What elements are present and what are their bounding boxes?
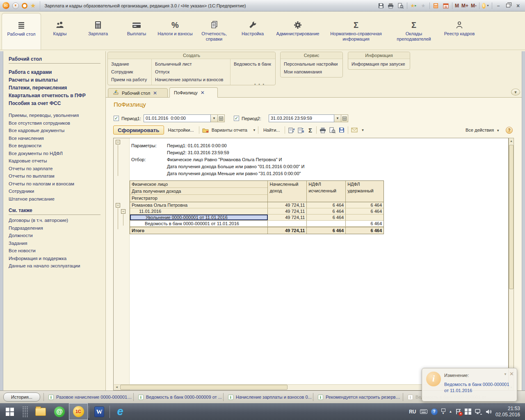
cell-person[interactable]: Романова Ольга Петровна bbox=[130, 202, 268, 208]
taskbar-explorer-button[interactable] bbox=[31, 403, 50, 420]
sidebar-item-kvartalnaya[interactable]: Квартальная отчетность в ПФР bbox=[9, 92, 105, 100]
window-item[interactable]: i Рекомендуется настроить резервн... bbox=[315, 395, 402, 400]
scroll-up-icon[interactable]: ▲ bbox=[509, 138, 514, 144]
table-row-selected[interactable]: Увольнение 0000-000001 от 11.01.2016 49 … bbox=[130, 215, 383, 221]
settings-button[interactable]: Настройки... bbox=[165, 126, 197, 135]
period2-calendar-icon[interactable] bbox=[341, 114, 348, 122]
history-button[interactable]: История... bbox=[3, 393, 40, 402]
collapse-panel-icon[interactable]: ▼ bbox=[511, 89, 520, 96]
period2-checkbox[interactable]: ✓ bbox=[234, 116, 239, 121]
close-button[interactable]: × bbox=[514, 2, 522, 9]
taskbar-ie-button[interactable]: e bbox=[111, 403, 130, 420]
cell-registrator[interactable]: Ведомость в банк 0000-000001 от 11.01.20… bbox=[130, 221, 268, 226]
period2-field[interactable]: 31.03.2016 23:59:59 ▼ bbox=[269, 114, 348, 122]
show-hidden-icons[interactable]: ▲ bbox=[449, 410, 452, 413]
create-hiring-link[interactable]: Прием на работу bbox=[111, 76, 148, 84]
minimize-button[interactable]: – bbox=[495, 2, 502, 9]
ribbon-tab-oklady[interactable]: Σ Оклады преподавателей bbox=[388, 13, 440, 50]
language-indicator[interactable]: RU bbox=[409, 409, 416, 415]
notification-close-icon[interactable]: ✕ bbox=[509, 371, 514, 377]
send-email-icon[interactable] bbox=[350, 126, 358, 134]
sidebar-link[interactable]: Все ведомости bbox=[9, 142, 105, 150]
cell-ndfl-withheld[interactable] bbox=[346, 215, 383, 220]
create-employee-link[interactable]: Сотрудник bbox=[111, 68, 148, 76]
tab-close-icon[interactable]: ✕ bbox=[153, 90, 157, 96]
restore-button[interactable] bbox=[504, 2, 512, 9]
collapse-group-icon[interactable]: − bbox=[116, 140, 120, 144]
help-icon[interactable]: ? bbox=[431, 409, 438, 415]
sidebar-item-platezhi[interactable]: Платежи, перечисления bbox=[9, 84, 105, 92]
report-variants-button[interactable]: Варианты отчета bbox=[211, 126, 250, 135]
sidebar-link[interactable]: Кадровые отчеты bbox=[9, 157, 105, 165]
sidebar-link[interactable]: Подразделения bbox=[9, 224, 105, 232]
cell-ndfl-withheld[interactable]: 6 464 bbox=[346, 221, 383, 226]
create-bank-sheet-link[interactable]: Ведомость в банк bbox=[234, 60, 272, 68]
report-variants-folder-icon[interactable] bbox=[201, 126, 210, 134]
ribbon-tab-otchetnost[interactable]: Отчетность, справки bbox=[194, 13, 234, 50]
preview-icon[interactable] bbox=[328, 126, 336, 134]
info-icon[interactable]: i▼ bbox=[482, 2, 489, 9]
cell-income[interactable]: 49 724,11 bbox=[268, 202, 307, 208]
period1-field[interactable]: 01.01.2016 0:00:00 ▼ bbox=[144, 114, 225, 122]
window-item[interactable]: i Начисление зарплаты и взносов 0... bbox=[225, 395, 312, 400]
sidebar-item-rabota-s-kadrami[interactable]: Работа с кадрами bbox=[9, 68, 105, 76]
period2-dropdown-icon[interactable]: ▼ bbox=[334, 114, 341, 122]
table-row[interactable]: Романова Ольга Петровна 49 724,11 6 464 … bbox=[130, 202, 383, 208]
cell-income[interactable]: 49 724,11 bbox=[268, 208, 307, 214]
tab-close-icon[interactable]: ✕ bbox=[201, 90, 205, 96]
quick-menu-dropdown-icon[interactable]: ▼ bbox=[12, 2, 19, 9]
favorite-add-icon[interactable]: ★▸ bbox=[410, 2, 417, 9]
find-button[interactable]: Найти... bbox=[260, 126, 283, 135]
notification-link[interactable]: Ведомость в банк 0000-000001 от 11.01.20… bbox=[444, 381, 515, 394]
all-actions-button[interactable]: Все действия ▼ bbox=[463, 126, 502, 135]
scrollbar-thumb[interactable] bbox=[120, 385, 288, 390]
notification-popup[interactable]: i Изменение: ▼ ✕ Ведомость в банк 0000-0… bbox=[422, 368, 517, 402]
tab-pofizlicu[interactable]: ПоФизлицу ✕ bbox=[169, 87, 218, 98]
memory-m-plus-button[interactable]: M+ bbox=[461, 3, 468, 9]
action-center-flag-icon[interactable]: ✕ bbox=[456, 409, 461, 415]
network-icon[interactable] bbox=[475, 409, 482, 415]
create-task-link[interactable]: Задание bbox=[111, 60, 148, 68]
sidebar-link[interactable]: Задания bbox=[9, 240, 105, 247]
generate-button[interactable]: Сформировать bbox=[113, 126, 164, 135]
cell-income[interactable]: 49 724,11 bbox=[268, 215, 307, 220]
sidebar-link[interactable]: Приемы, переводы, увольнения bbox=[9, 112, 105, 119]
table-row[interactable]: Ведомость в банк 0000-000001 от 11.01.20… bbox=[130, 221, 383, 227]
cell-ndfl-calc[interactable]: 6 464 bbox=[307, 208, 346, 214]
sidebar-item-posobiya[interactable]: Пособия за счет ФСС bbox=[9, 100, 105, 107]
create-vacation-link[interactable]: Отпуск bbox=[155, 68, 227, 76]
windows-defender-icon[interactable] bbox=[465, 409, 471, 415]
cell-ndfl-calc[interactable]: 6 464 bbox=[307, 215, 346, 220]
sidebar-link[interactable]: Отчеты по выплатам bbox=[9, 172, 105, 180]
start-button[interactable] bbox=[0, 403, 20, 420]
save-icon[interactable] bbox=[377, 2, 385, 9]
table-row[interactable]: 11.01.2016 49 724,11 6 464 6 464 bbox=[130, 208, 383, 215]
print-preview-icon[interactable] bbox=[397, 2, 404, 9]
sidebar-link[interactable]: Отчеты по налогам и взносам bbox=[9, 180, 105, 188]
1c-app-icon[interactable]: 1С bbox=[2, 2, 9, 9]
print-icon[interactable] bbox=[387, 2, 395, 9]
cell-registrator[interactable]: Увольнение 0000-000001 от 11.01.2016 bbox=[130, 215, 268, 220]
calculator-icon[interactable] bbox=[432, 2, 440, 9]
sidebar-link[interactable]: Все начисления bbox=[9, 135, 105, 142]
ribbon-tab-nalogi[interactable]: % Налоги и взносы bbox=[156, 13, 194, 50]
sidebar-link[interactable]: Все кадровые документы bbox=[9, 127, 105, 135]
cell-date[interactable]: 11.01.2016 bbox=[130, 208, 268, 214]
notification-dropdown-icon[interactable]: ▼ bbox=[502, 372, 508, 377]
expand-groups-icon[interactable]: A bbox=[287, 126, 295, 134]
save-icon[interactable] bbox=[338, 126, 346, 134]
ribbon-tab-desktop[interactable]: Рабочий стол bbox=[2, 13, 41, 50]
sidebar-link[interactable]: Все отсутствия сотрудников bbox=[9, 119, 105, 127]
sidebar-link[interactable]: Отчеты по зарплате bbox=[9, 165, 105, 173]
help-icon[interactable]: ? bbox=[506, 127, 513, 134]
volume-icon[interactable] bbox=[486, 409, 492, 415]
period1-value[interactable]: 01.01.2016 0:00:00 bbox=[144, 114, 211, 122]
memory-m-minus-button[interactable]: M- bbox=[471, 3, 477, 9]
restore-windows-icon[interactable]: ▼ bbox=[441, 409, 445, 415]
vertical-scrollbar[interactable]: ▲ ▼ bbox=[509, 138, 514, 390]
sidebar-link[interactable]: Данные на начало эксплуатации bbox=[9, 262, 105, 270]
favorites-star-icon[interactable]: ★ bbox=[30, 2, 36, 9]
my-reminders-link[interactable]: Мои напоминания bbox=[284, 68, 339, 76]
cell-ndfl-calc[interactable]: 6 464 bbox=[307, 202, 346, 208]
cell-income[interactable] bbox=[268, 221, 307, 226]
